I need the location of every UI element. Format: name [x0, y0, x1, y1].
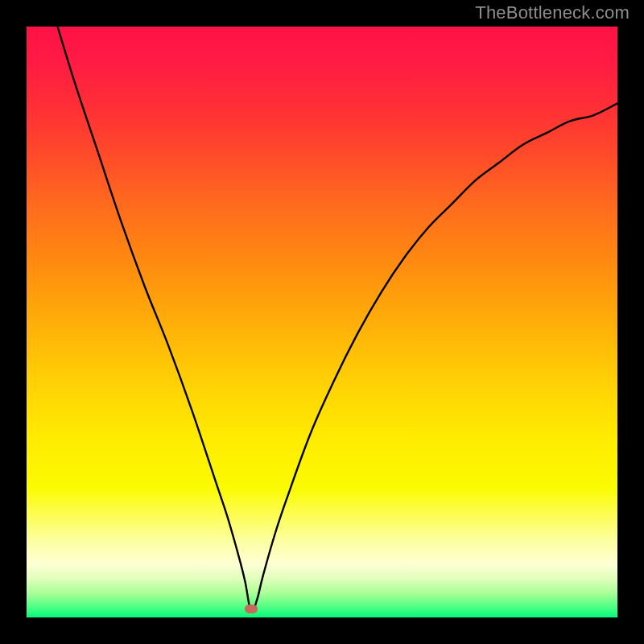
plot-area: [27, 27, 617, 617]
chart-frame: TheBottleneck.com: [0, 0, 644, 644]
bottleneck-curve: [27, 27, 617, 617]
watermark-text: TheBottleneck.com: [475, 2, 630, 23]
optimal-marker: [245, 605, 258, 613]
